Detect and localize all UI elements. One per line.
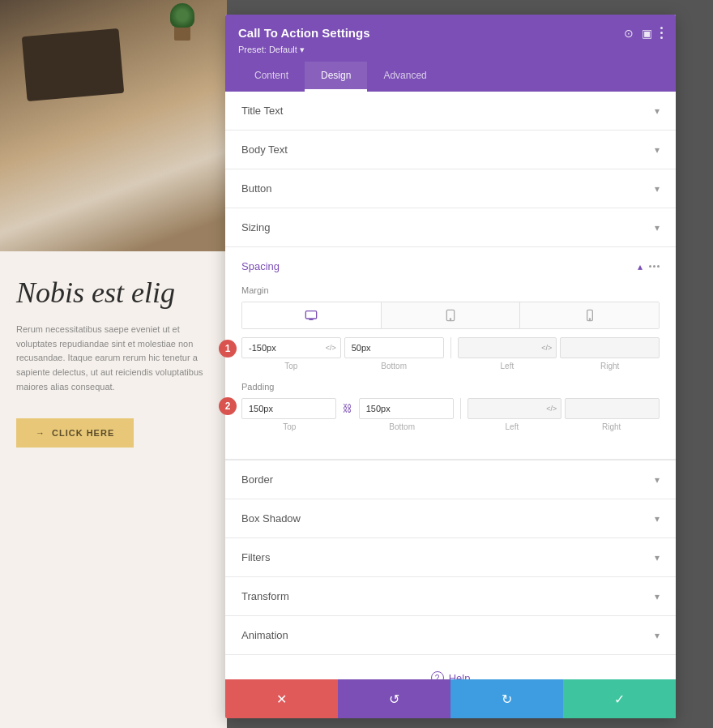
hero-body: Rerum necessitatibus saepe eveniet ut et… [16, 323, 211, 394]
margin-bottom-group [344, 337, 444, 358]
device-tab-tablet[interactable] [382, 302, 521, 328]
hero-heading: Nobis est elig [16, 276, 211, 310]
margin-left-group: </> [458, 337, 557, 358]
accordion-filters: Filters ▾ [225, 538, 676, 577]
accordion-transform: Transform ▾ [225, 577, 676, 616]
margin-divider [450, 337, 451, 358]
spacing-label: Spacing [241, 260, 280, 272]
label-right: Right [560, 362, 660, 370]
panel-header: Call To Action Settings ⊙ ▣ Preset: Defa… [225, 15, 676, 92]
padding-label-spacer [457, 422, 458, 431]
margin-input-labels: Top Bottom Left Right [241, 362, 660, 370]
chevron-spacing: ▴ [638, 261, 643, 272]
code-icon-padding-left: </> [546, 405, 557, 413]
margin-label: Margin [241, 285, 660, 295]
accordion-button: Button ▾ [225, 169, 676, 208]
redo-button[interactable]: ↻ [450, 679, 563, 718]
accordion-header-body[interactable]: Body Text ▾ [225, 131, 676, 169]
accordion-header-sizing[interactable]: Sizing ▾ [225, 208, 676, 246]
chevron-button: ▾ [655, 183, 660, 195]
bg-bottom-content: Nobis est elig Rerum necessitatibus saep… [0, 251, 227, 728]
chevron-title: ▾ [655, 105, 660, 117]
accordion-header-animation[interactable]: Animation ▾ [225, 616, 676, 654]
button-label: Button [241, 182, 272, 195]
transform-label: Transform [241, 590, 289, 602]
margin-top-group: </> [241, 337, 341, 358]
title-text-label: Title Text [241, 105, 283, 117]
accordion-title-text: Title Text ▾ [225, 92, 676, 131]
help-row[interactable]: ? Help [225, 655, 676, 679]
background-area: Nobis est elig Rerum necessitatibus saep… [0, 0, 227, 728]
chevron-sizing: ▾ [655, 222, 660, 233]
code-icon-margin-left: </> [541, 344, 552, 352]
code-icon-margin-top: </> [326, 344, 336, 352]
accordion-border: Border ▾ [225, 460, 676, 499]
panel-tabs: Content Design Advanced [238, 62, 663, 92]
padding-top-input[interactable] [241, 398, 336, 419]
accordion-sizing: Sizing ▾ [225, 208, 676, 247]
padding-top-group [241, 398, 336, 419]
padding-section: Padding ⛓ </> [241, 382, 660, 431]
margin-right-group [560, 337, 660, 358]
accordion-header-border[interactable]: Border ▾ [225, 460, 676, 499]
device-tabs-margin [241, 302, 660, 329]
svg-point-6 [589, 319, 590, 319]
panel-title: Call To Action Settings [238, 26, 370, 40]
spacing-more-icon[interactable] [649, 265, 660, 268]
device-tab-desktop[interactable] [242, 302, 382, 328]
padding-label-bottom: Bottom [354, 422, 450, 431]
chevron-transform: ▾ [655, 591, 660, 602]
panel-title-icons: ⊙ ▣ [624, 27, 663, 40]
accordion-header-filters[interactable]: Filters ▾ [225, 538, 676, 576]
cta-button[interactable]: → CLICK HERE [16, 418, 134, 448]
accordion-header-button[interactable]: Button ▾ [225, 169, 676, 208]
accordion-header-title[interactable]: Title Text ▾ [225, 92, 676, 130]
spacing-body: Margin [225, 285, 676, 460]
settings-icon[interactable]: ⊙ [624, 27, 634, 40]
label-top: Top [241, 362, 341, 370]
link-icon[interactable]: ⛓ [339, 398, 356, 419]
padding-input-row: ⛓ </> [241, 398, 660, 419]
label-bottom: Bottom [344, 362, 444, 370]
chevron-filters: ▾ [655, 552, 660, 563]
tab-content[interactable]: Content [238, 62, 305, 92]
spacing-section-header[interactable]: Spacing ▴ [225, 247, 676, 285]
chevron-border: ▾ [655, 474, 660, 486]
undo-button[interactable]: ↺ [338, 679, 450, 718]
accordion-box-shadow: Box Shadow ▾ [225, 499, 676, 538]
tab-advanced[interactable]: Advanced [367, 62, 442, 92]
accordion-spacing: Spacing ▴ Margin [225, 247, 676, 460]
margin-input-row: </> </> [241, 337, 660, 358]
save-button[interactable]: ✓ [563, 679, 676, 718]
panel-title-row: Call To Action Settings ⊙ ▣ [238, 26, 663, 40]
step-badge-2: 2 [219, 397, 237, 415]
chevron-box-shadow: ▾ [655, 513, 660, 525]
margin-bottom-input[interactable] [344, 337, 444, 358]
help-circle-icon: ? [431, 671, 444, 679]
accordion-header-box-shadow[interactable]: Box Shadow ▾ [225, 499, 676, 537]
chevron-body: ▾ [655, 144, 660, 156]
padding-label-left: Left [464, 422, 561, 431]
filters-label: Filters [241, 551, 270, 563]
padding-input-labels: Top Bottom Left Right [241, 422, 660, 431]
accordion-header-transform[interactable]: Transform ▾ [225, 577, 676, 615]
help-label: Help [449, 672, 471, 680]
device-tab-mobile[interactable] [520, 302, 659, 328]
more-options-icon[interactable] [660, 27, 663, 39]
padding-label: Padding [241, 382, 660, 392]
margin-right-input[interactable] [560, 337, 660, 358]
padding-right-group [565, 398, 660, 419]
cancel-button[interactable]: ✕ [225, 679, 338, 718]
panel-body: Title Text ▾ Body Text ▾ Button ▾ Sizing… [225, 92, 676, 679]
svg-point-4 [450, 319, 450, 319]
padding-bottom-input[interactable] [359, 398, 454, 419]
chevron-animation: ▾ [655, 630, 660, 641]
padding-right-input[interactable] [565, 398, 660, 419]
accordion-animation: Animation ▾ [225, 616, 676, 655]
accordion-body-text: Body Text ▾ [225, 131, 676, 169]
settings-panel: Call To Action Settings ⊙ ▣ Preset: Defa… [225, 15, 676, 718]
tab-design[interactable]: Design [305, 62, 367, 92]
layout-icon[interactable]: ▣ [642, 27, 652, 40]
panel-preset[interactable]: Preset: Default ▾ [238, 45, 663, 55]
padding-label-right: Right [563, 422, 660, 431]
